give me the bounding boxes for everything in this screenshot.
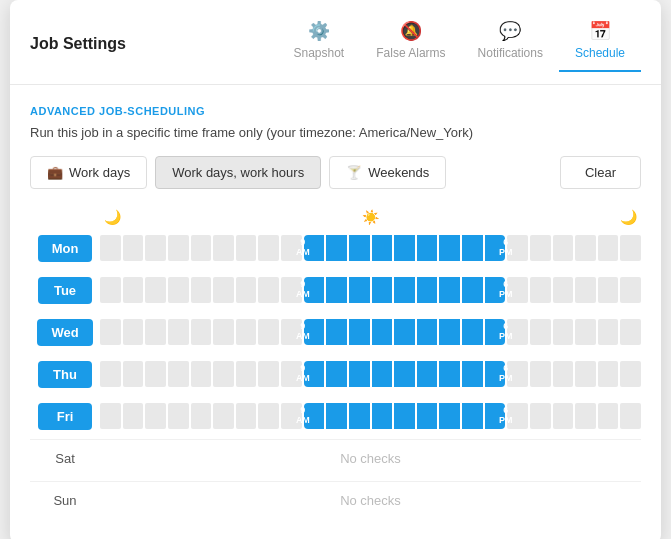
fri-cell-12[interactable] [372, 403, 393, 429]
tue-cell-19[interactable] [530, 277, 551, 303]
tue-cell-13[interactable] [394, 277, 415, 303]
mon-cell-16[interactable] [462, 235, 483, 261]
mon-cell-19[interactable] [530, 235, 551, 261]
tue-cell-15[interactable] [439, 277, 460, 303]
tue-cell-6[interactable] [236, 277, 257, 303]
fri-cell-10[interactable] [326, 403, 347, 429]
tue-cell-3[interactable] [168, 277, 189, 303]
wed-cell-3[interactable] [168, 319, 189, 345]
wed-cell-21[interactable] [575, 319, 596, 345]
fri-cell-20[interactable] [553, 403, 574, 429]
mon-cell-2[interactable] [145, 235, 166, 261]
wed-cell-2[interactable] [145, 319, 166, 345]
wed-cell-0[interactable] [100, 319, 121, 345]
thu-cell-7[interactable] [258, 361, 279, 387]
tue-cell-0[interactable] [100, 277, 121, 303]
thu-cell-5[interactable] [213, 361, 234, 387]
wed-cell-6[interactable] [236, 319, 257, 345]
weekends-button[interactable]: 🍸 Weekends [329, 156, 446, 189]
tue-cell-11[interactable] [349, 277, 370, 303]
tue-track[interactable]: 9 AM 6 PM [100, 271, 641, 309]
thu-cell-0[interactable] [100, 361, 121, 387]
wed-cell-4[interactable] [191, 319, 212, 345]
thu-cell-16[interactable] [462, 361, 483, 387]
fri-cell-13[interactable] [394, 403, 415, 429]
thu-cell-19[interactable] [530, 361, 551, 387]
wed-cell-20[interactable] [553, 319, 574, 345]
thu-cell-1[interactable] [123, 361, 144, 387]
fri-cell-22[interactable] [598, 403, 619, 429]
tue-cell-7[interactable] [258, 277, 279, 303]
tue-cell-21[interactable] [575, 277, 596, 303]
tue-cell-2[interactable] [145, 277, 166, 303]
tue-cell-14[interactable] [417, 277, 438, 303]
fri-track[interactable]: 9 AM 6 PM [100, 397, 641, 435]
thu-cell-12[interactable] [372, 361, 393, 387]
thu-cell-21[interactable] [575, 361, 596, 387]
fri-cell-23[interactable] [620, 403, 641, 429]
thu-cell-10[interactable] [326, 361, 347, 387]
mon-cell-22[interactable] [598, 235, 619, 261]
tue-cell-4[interactable] [191, 277, 212, 303]
wed-cell-11[interactable] [349, 319, 370, 345]
mon-cell-4[interactable] [191, 235, 212, 261]
fri-cell-1[interactable] [123, 403, 144, 429]
clear-button[interactable]: Clear [560, 156, 641, 189]
mon-cell-15[interactable] [439, 235, 460, 261]
wed-cell-12[interactable] [372, 319, 393, 345]
fri-cell-15[interactable] [439, 403, 460, 429]
tab-notifications[interactable]: 💬 Notifications [462, 16, 559, 72]
fri-cell-14[interactable] [417, 403, 438, 429]
tue-cell-23[interactable] [620, 277, 641, 303]
fri-cell-19[interactable] [530, 403, 551, 429]
tue-cell-16[interactable] [462, 277, 483, 303]
wed-cell-15[interactable] [439, 319, 460, 345]
mon-cell-1[interactable] [123, 235, 144, 261]
thu-cell-2[interactable] [145, 361, 166, 387]
thu-cell-20[interactable] [553, 361, 574, 387]
tue-cell-22[interactable] [598, 277, 619, 303]
work-days-button[interactable]: 💼 Work days [30, 156, 147, 189]
thu-cell-14[interactable] [417, 361, 438, 387]
tue-cell-5[interactable] [213, 277, 234, 303]
fri-cell-16[interactable] [462, 403, 483, 429]
mon-cell-3[interactable] [168, 235, 189, 261]
tue-button[interactable]: Tue [38, 277, 92, 304]
wed-cell-14[interactable] [417, 319, 438, 345]
mon-cell-6[interactable] [236, 235, 257, 261]
tue-cell-10[interactable] [326, 277, 347, 303]
fri-cell-3[interactable] [168, 403, 189, 429]
thu-cell-15[interactable] [439, 361, 460, 387]
mon-cell-21[interactable] [575, 235, 596, 261]
thu-cell-22[interactable] [598, 361, 619, 387]
thu-cell-11[interactable] [349, 361, 370, 387]
fri-cell-7[interactable] [258, 403, 279, 429]
wed-cell-10[interactable] [326, 319, 347, 345]
fri-cell-21[interactable] [575, 403, 596, 429]
mon-cell-14[interactable] [417, 235, 438, 261]
thu-track[interactable]: 9 AM 6 PM [100, 355, 641, 393]
mon-track[interactable]: 9 AM 6 PM [100, 229, 641, 267]
fri-cell-4[interactable] [191, 403, 212, 429]
thu-cell-23[interactable] [620, 361, 641, 387]
mon-cell-12[interactable] [372, 235, 393, 261]
tue-cell-1[interactable] [123, 277, 144, 303]
tab-schedule[interactable]: 📅 Schedule [559, 16, 641, 72]
mon-cell-11[interactable] [349, 235, 370, 261]
mon-button[interactable]: Mon [38, 235, 93, 262]
wed-cell-5[interactable] [213, 319, 234, 345]
work-days-work-hours-button[interactable]: Work days, work hours [155, 156, 321, 189]
wed-button[interactable]: Wed [37, 319, 92, 346]
thu-button[interactable]: Thu [38, 361, 92, 388]
mon-cell-0[interactable] [100, 235, 121, 261]
wed-cell-19[interactable] [530, 319, 551, 345]
mon-cell-5[interactable] [213, 235, 234, 261]
fri-cell-5[interactable] [213, 403, 234, 429]
wed-cell-1[interactable] [123, 319, 144, 345]
wed-cell-7[interactable] [258, 319, 279, 345]
thu-cell-13[interactable] [394, 361, 415, 387]
tab-snapshot[interactable]: ⚙️ Snapshot [278, 16, 361, 72]
fri-cell-6[interactable] [236, 403, 257, 429]
tue-cell-12[interactable] [372, 277, 393, 303]
tue-cell-20[interactable] [553, 277, 574, 303]
